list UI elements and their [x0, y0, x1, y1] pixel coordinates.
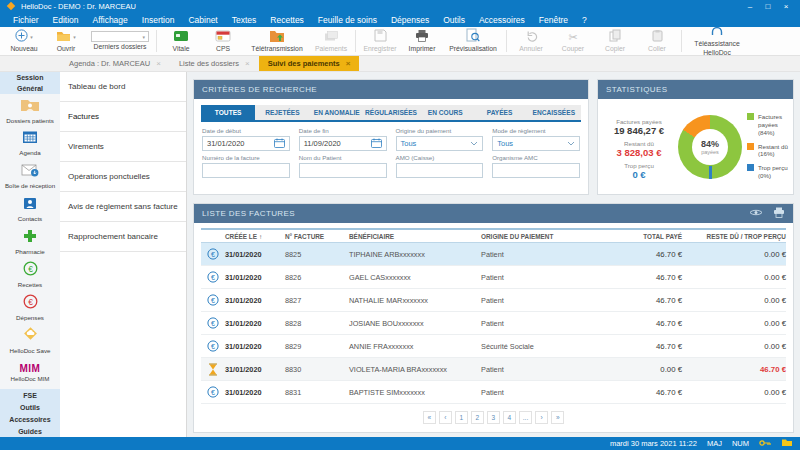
- col-creee-le[interactable]: CRÉÉE LE↑: [225, 233, 285, 240]
- payment-origin-select[interactable]: Tous: [396, 136, 484, 151]
- close-icon[interactable]: ×: [245, 59, 250, 68]
- col-reste-du[interactable]: RESTE DÛ / TROP PERÇU: [682, 233, 786, 240]
- filter-tab-payees[interactable]: PAYÉES: [472, 105, 526, 120]
- start-date-input[interactable]: 31/01/2020: [202, 136, 290, 151]
- close-button[interactable]: ×: [778, 1, 794, 12]
- end-date-input[interactable]: 11/09/2020: [299, 136, 387, 151]
- search-criteria-panel: CRITÈRES DE RECHERCHE TOUTES REJETÉES EN…: [193, 79, 589, 195]
- nav-rapprochement-bancaire[interactable]: Rapprochement bancaire: [60, 222, 186, 252]
- print-button[interactable]: Imprimer: [401, 27, 443, 55]
- page-prev-button[interactable]: ‹: [439, 411, 452, 424]
- key-icon[interactable]: [759, 439, 771, 449]
- menu-fichier[interactable]: Fichier: [6, 15, 46, 25]
- page-next-button[interactable]: ›: [535, 411, 548, 424]
- nav-virements[interactable]: Virements: [60, 132, 186, 162]
- sidebar-item-agenda[interactable]: Agenda: [0, 127, 60, 160]
- invoice-number-input[interactable]: [202, 163, 290, 178]
- sidebar-section-general[interactable]: Général: [0, 83, 60, 94]
- new-button[interactable]: ▾ Nouveau: [3, 27, 45, 55]
- menu-insertion[interactable]: Insertion: [135, 15, 182, 25]
- page-1-button[interactable]: 1: [455, 411, 468, 424]
- preview-magnifier-icon: [466, 28, 480, 46]
- sidebar-group-accessoires[interactable]: Accessoires: [0, 413, 60, 425]
- page-first-button[interactable]: «: [423, 411, 436, 424]
- page-3-button[interactable]: 3: [487, 411, 500, 424]
- remote-assistance-button[interactable]: Téléassistance HelloDoc: [685, 27, 749, 55]
- calendar-icon[interactable]: [274, 138, 285, 150]
- menu-textes[interactable]: Textes: [225, 15, 264, 25]
- menu-depenses[interactable]: Dépenses: [384, 15, 436, 25]
- filter-tab-toutes[interactable]: TOUTES: [201, 105, 255, 120]
- sidebar-item-hellodoc-mim[interactable]: MIM HelloDoc MIM: [0, 356, 60, 389]
- sidebar-item-pharmacie[interactable]: Pharmacie: [0, 225, 60, 258]
- page-last-button[interactable]: »: [551, 411, 564, 424]
- menu-outils[interactable]: Outils: [436, 15, 472, 25]
- close-icon[interactable]: ×: [346, 59, 351, 68]
- donut-legend: Factures payées (84%) Restant dû (16%) T…: [745, 113, 788, 179]
- sidebar-item-contacts[interactable]: Contacts: [0, 192, 60, 225]
- sidebar-group-fse[interactable]: FSE: [0, 389, 60, 401]
- calendar-icon[interactable]: [371, 138, 382, 150]
- vitale-button[interactable]: Vitale: [160, 27, 202, 55]
- sidebar-group-outils[interactable]: Outils: [0, 401, 60, 413]
- tab-liste-des-dossiers[interactable]: Liste des dossiers ×: [170, 56, 259, 71]
- sidebar-section-session[interactable]: Session: [0, 72, 60, 83]
- amo-caisse-input[interactable]: [396, 163, 484, 178]
- filter-tab-rejetees[interactable]: REJETÉES: [255, 105, 309, 120]
- tab-agenda[interactable]: Agenda : Dr. MARCEAU ×: [60, 56, 170, 71]
- restore-button[interactable]: □: [760, 1, 776, 12]
- sidebar-item-depenses[interactable]: € Dépenses: [0, 291, 60, 324]
- eye-icon[interactable]: [749, 208, 763, 219]
- invoice-row[interactable]: € 31/01/2020 8826 GAEL CASxxxxxxx Patien…: [201, 266, 786, 289]
- filter-tab-encaissees[interactable]: ENCAISSÉES: [527, 105, 581, 120]
- patient-name-input[interactable]: [299, 163, 387, 178]
- sidebar-item-dossiers-patients[interactable]: Dossiers patients: [0, 94, 60, 127]
- filter-tab-en-cours[interactable]: EN COURS: [418, 105, 472, 120]
- menu-aide[interactable]: ?: [575, 15, 594, 25]
- invoice-row[interactable]: € 31/01/2020 8831 BAPTISTE SIMxxxxxxx Pa…: [201, 381, 786, 404]
- col-numero-facture[interactable]: N° FACTURE: [285, 233, 349, 240]
- payment-mode-select[interactable]: Tous: [492, 136, 580, 151]
- filter-tab-regularisees[interactable]: RÉGULARISÉES: [364, 105, 418, 120]
- sidebar-item-recettes[interactable]: € Recettes: [0, 258, 60, 291]
- nav-tableau-de-bord[interactable]: Tableau de bord: [60, 72, 186, 102]
- folder-icon[interactable]: [781, 438, 793, 449]
- toolbar-separator: [156, 30, 157, 52]
- nav-avis-reglement[interactable]: Avis de règlement sans facture: [60, 192, 186, 222]
- sidebar-item-hellodoc-save[interactable]: HelloDoc Save: [0, 323, 60, 356]
- menu-cabinet[interactable]: Cabinet: [181, 15, 224, 25]
- menu-feuille-de-soins[interactable]: Feuille de soins: [311, 15, 384, 25]
- col-beneficiaire[interactable]: BÉNÉFICIAIRE: [349, 233, 481, 240]
- menu-fenetre[interactable]: Fenêtre: [532, 15, 575, 25]
- svg-text:€: €: [211, 343, 215, 350]
- cps-button[interactable]: CPS: [202, 27, 244, 55]
- sidebar-item-boite-de-reception[interactable]: Boîte de réception: [0, 160, 60, 193]
- invoice-row[interactable]: 31/01/2020 8830 VIOLETA-MARIA BRAxxxxxxx…: [201, 358, 786, 381]
- nav-factures[interactable]: Factures: [60, 102, 186, 132]
- minimize-button[interactable]: –: [742, 1, 758, 12]
- page-2-button[interactable]: 2: [471, 411, 484, 424]
- recent-files-combo[interactable]: ▾ Derniers dossiers: [87, 27, 153, 55]
- menu-affichage[interactable]: Affichage: [86, 15, 135, 25]
- sidebar-group-guides[interactable]: Guides: [0, 425, 60, 437]
- amc-organism-input[interactable]: [492, 163, 580, 178]
- menu-recettes[interactable]: Recettes: [263, 15, 311, 25]
- close-icon[interactable]: ×: [156, 59, 161, 68]
- invoice-row[interactable]: € 31/01/2020 8827 NATHALIE MARxxxxxxx Pa…: [201, 289, 786, 312]
- invoice-row[interactable]: € 31/01/2020 8825 TIPHAINE ARBxxxxxxx Pa…: [201, 243, 786, 266]
- col-origine-paiement[interactable]: ORIGINE DU PAIEMENT: [481, 233, 596, 240]
- preview-button[interactable]: Prévisualisation: [443, 27, 503, 55]
- col-total-paye[interactable]: TOTAL PAYÉ: [596, 233, 682, 240]
- invoice-row[interactable]: € 31/01/2020 8829 ANNIE FRAxxxxxxx Sécur…: [201, 335, 786, 358]
- tab-suivi-des-paiements[interactable]: Suivi des paiements ×: [259, 56, 360, 71]
- menu-accessoires[interactable]: Accessoires: [472, 15, 532, 25]
- teletransmission-button[interactable]: Télétransmission: [244, 27, 310, 55]
- open-button[interactable]: ▾ Ouvrir: [45, 27, 87, 55]
- invoice-row[interactable]: € 31/01/2020 8828 JOSIANE BOUxxxxxxx Pat…: [201, 312, 786, 335]
- page-4-button[interactable]: 4: [503, 411, 516, 424]
- filter-tab-en-anomalie[interactable]: EN ANOMALIE: [310, 105, 364, 120]
- print-list-icon[interactable]: [773, 207, 785, 220]
- page-ellipsis-button[interactable]: ...: [519, 411, 532, 424]
- menu-edition[interactable]: Edition: [46, 15, 86, 25]
- nav-operations-ponctuelles[interactable]: Opérations ponctuelles: [60, 162, 186, 192]
